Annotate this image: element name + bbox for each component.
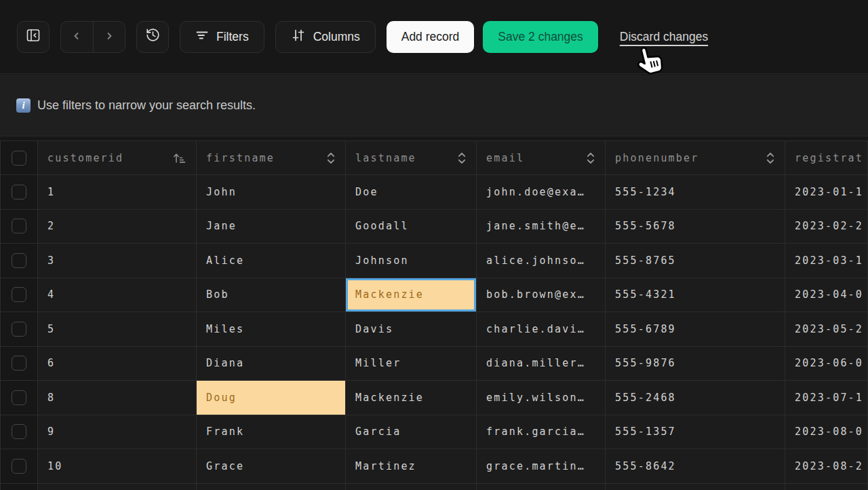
table-row: 8DougMackenzieemily.wilson…555-24682023-… [1, 381, 868, 415]
cell-lastname[interactable]: Martinez [346, 449, 477, 484]
cell-registrationdate[interactable]: 2023-04-0 [785, 278, 868, 313]
column-header-label: phonenumber [615, 152, 699, 164]
row-select-cell [1, 175, 38, 210]
cell-lastname[interactable] [346, 484, 477, 490]
cell-phonenumber[interactable]: 555-6789 [606, 312, 785, 347]
cell-registrationdate[interactable] [785, 484, 868, 490]
forward-button[interactable] [94, 22, 125, 52]
sort-ascending-icon [172, 151, 186, 165]
table-header-grid: customeridfirstnamelastnameemailphonenum… [1, 141, 868, 175]
cell-registrationdate[interactable]: 2023-05-2 [785, 312, 868, 347]
cell-customerid[interactable]: 4 [38, 278, 197, 313]
row-checkbox[interactable] [12, 424, 26, 439]
cell-lastname[interactable]: Goodall [346, 210, 477, 244]
toggle-sidebar-button[interactable] [17, 21, 50, 53]
cell-customerid[interactable]: 10 [38, 449, 197, 484]
cell-customerid[interactable]: 3 [38, 244, 197, 278]
cell-lastname[interactable]: Mackenzie [346, 278, 477, 313]
history-nav-group [60, 21, 125, 53]
cell-customerid[interactable]: 2 [38, 210, 197, 244]
row-checkbox[interactable] [12, 322, 26, 337]
cell-firstname[interactable]: Doug [197, 381, 346, 415]
row-checkbox[interactable] [12, 287, 26, 302]
column-header-registrationdate[interactable]: registrat [785, 141, 868, 175]
cell-customerid[interactable]: 8 [38, 381, 197, 415]
cell-firstname[interactable]: Miles [197, 312, 346, 347]
cell-email[interactable]: grace.martin… [477, 449, 606, 484]
cell-customerid[interactable]: 9 [38, 415, 197, 450]
cell-lastname[interactable]: Garcia [346, 415, 477, 450]
select-all-checkbox[interactable] [12, 151, 26, 166]
cell-firstname[interactable]: Frank [197, 415, 346, 450]
column-header-label: firstname [206, 152, 275, 164]
row-checkbox[interactable] [12, 219, 26, 233]
table-header-row: customeridfirstnamelastnameemailphonenum… [1, 141, 868, 175]
cell-firstname[interactable]: Diana [197, 347, 346, 381]
cell-firstname[interactable] [197, 484, 346, 490]
cell-customerid[interactable]: 1 [38, 175, 197, 210]
column-header-email[interactable]: email [477, 141, 606, 175]
cell-lastname[interactable]: Miller [346, 347, 477, 381]
cell-firstname[interactable]: Bob [197, 278, 346, 313]
cell-phonenumber[interactable]: 555-9876 [606, 347, 785, 381]
cell-phonenumber[interactable]: 555-5678 [606, 210, 785, 244]
cell-email[interactable]: charlie.davi… [477, 312, 606, 347]
cell-phonenumber[interactable]: 555-2468 [606, 381, 785, 415]
cell-lastname[interactable]: Davis [346, 312, 477, 347]
row-checkbox[interactable] [12, 185, 26, 200]
cell-phonenumber[interactable]: 555-1234 [606, 175, 785, 210]
cell-firstname[interactable]: Grace [197, 449, 346, 484]
add-record-button[interactable]: Add record [387, 21, 475, 53]
discard-changes-link[interactable]: Discard changes [620, 30, 708, 44]
info-banner-text: Use filters to narrow your search result… [37, 98, 256, 113]
row-checkbox[interactable] [12, 356, 26, 371]
row-checkbox[interactable] [12, 459, 26, 474]
cell-registrationdate[interactable]: 2023-08-0 [785, 415, 868, 450]
cell-firstname[interactable]: John [197, 175, 346, 210]
cell-email[interactable] [477, 484, 606, 490]
row-select-cell [1, 415, 38, 450]
cell-customerid[interactable]: 5 [38, 312, 197, 347]
cell-registrationdate[interactable]: 2023-06-0 [785, 347, 868, 381]
cell-email[interactable]: frank.garcia… [477, 415, 606, 450]
cell-lastname[interactable]: Mackenzie [346, 381, 477, 415]
cell-phonenumber[interactable]: 555-8765 [606, 244, 785, 278]
data-table: customeridfirstnamelastnameemailphonenum… [0, 140, 868, 490]
cell-firstname[interactable]: Jane [197, 210, 346, 244]
cell-customerid[interactable]: 6 [38, 347, 197, 381]
save-changes-button-label: Save 2 changes [498, 30, 583, 44]
cell-email[interactable]: bob.brown@ex… [477, 278, 606, 313]
save-changes-button[interactable]: Save 2 changes [483, 21, 598, 53]
cell-registrationdate[interactable]: 2023-03-1 [785, 244, 868, 278]
cell-lastname[interactable]: Doe [346, 175, 477, 210]
add-record-button-label: Add record [401, 30, 460, 44]
row-checkbox[interactable] [12, 390, 26, 405]
cell-registrationdate[interactable]: 2023-08-2 [785, 449, 868, 484]
query-history-button[interactable] [136, 21, 169, 53]
back-button[interactable] [61, 22, 94, 52]
cell-customerid[interactable] [38, 484, 197, 490]
cell-registrationdate[interactable]: 2023-07-1 [785, 381, 868, 415]
cell-email[interactable]: diana.miller… [477, 347, 606, 381]
cell-phonenumber[interactable]: 555-1357 [606, 415, 785, 450]
table-row: 4BobMackenziebob.brown@ex…555-43212023-0… [1, 278, 868, 313]
cell-email[interactable]: alice.johnso… [477, 244, 606, 278]
row-checkbox[interactable] [12, 253, 26, 268]
cell-email[interactable]: jane.smith@e… [477, 210, 606, 244]
column-header-lastname[interactable]: lastname [346, 141, 477, 175]
cell-phonenumber[interactable] [606, 484, 785, 490]
cell-registrationdate[interactable]: 2023-01-1 [785, 175, 868, 210]
cell-lastname[interactable]: Johnson [346, 244, 477, 278]
column-header-customerid[interactable]: customerid [38, 141, 197, 175]
column-header-firstname[interactable]: firstname [197, 141, 346, 175]
sliders-icon [291, 28, 306, 46]
cell-registrationdate[interactable]: 2023-02-2 [785, 210, 868, 244]
column-header-phonenumber[interactable]: phonenumber [606, 141, 785, 175]
cell-phonenumber[interactable]: 555-8642 [606, 449, 785, 484]
cell-phonenumber[interactable]: 555-4321 [606, 278, 785, 313]
columns-button[interactable]: Columns [275, 21, 376, 53]
filters-button[interactable]: Filters [180, 21, 264, 53]
cell-email[interactable]: emily.wilson… [477, 381, 606, 415]
cell-email[interactable]: john.doe@exa… [477, 175, 606, 210]
cell-firstname[interactable]: Alice [197, 244, 346, 278]
